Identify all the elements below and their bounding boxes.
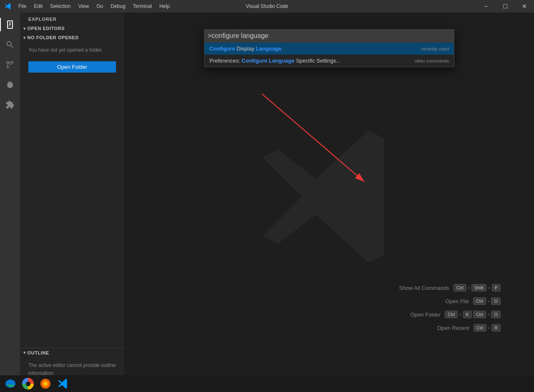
vscode-watermark [250, 117, 408, 277]
svg-point-4 [11, 61, 13, 63]
key-o-2: O [491, 311, 501, 318]
command-palette-input[interactable] [208, 32, 451, 40]
close-button[interactable]: ✕ [515, 0, 534, 13]
taskbar [0, 375, 534, 392]
no-folder-chevron-icon: ▾ [23, 35, 26, 40]
shortcut-open-file: Open File Ctrl + O [446, 297, 501, 305]
menu-help[interactable]: Help [156, 2, 173, 11]
taskbar-vscode-icon[interactable] [55, 376, 71, 391]
shortcuts-area: Show All Commands Ctrl + Shift + P Open … [399, 284, 501, 332]
configure-highlight-2: Configure [242, 58, 267, 64]
activity-search[interactable] [0, 35, 20, 55]
key-r: R [491, 324, 501, 332]
menu-terminal[interactable]: Terminal [130, 2, 155, 11]
shortcut-show-commands: Show All Commands Ctrl + Shift + P [399, 284, 501, 291]
key-ctrl-2: Ctrl [473, 297, 486, 305]
outline-header[interactable]: ▾ OUTLINE [20, 348, 124, 357]
titlebar: File Edit Selection View Go Debug Termin… [0, 0, 534, 13]
language-highlight-1: Language [256, 45, 281, 52]
no-folder-header[interactable]: ▾ NO FOLDER OPENED [20, 33, 124, 42]
display-text: Display [237, 45, 256, 52]
vscode-taskbar-logo-icon [57, 378, 69, 389]
svg-rect-1 [9, 24, 11, 25]
key-ctrl-5: Ctrl [474, 324, 486, 332]
shortcut-open-recent-keys: Ctrl + R [474, 324, 501, 332]
menu-view[interactable]: View [75, 2, 92, 11]
minimize-button[interactable]: − [476, 0, 496, 13]
activity-source-control[interactable] [0, 55, 20, 75]
command-result-2-text: Preferences: Configure Language Specific… [209, 58, 340, 64]
no-folder-label: NO FOLDER OPENED [28, 35, 79, 40]
taskbar-chrome-icon[interactable] [20, 376, 36, 391]
vscode-logo-icon [4, 3, 12, 10]
svg-rect-2 [9, 25, 10, 26]
menu-file[interactable]: File [15, 2, 30, 11]
command-palette-input-wrap [204, 30, 454, 42]
open-editors-header[interactable]: ▾ OPEN EDITORS [20, 24, 124, 33]
activity-debug[interactable] [0, 75, 20, 95]
edge-icon [5, 378, 16, 389]
key-shift: Shift [471, 284, 486, 291]
sidebar: EXPLORER ▾ OPEN EDITORS ▾ NO FOLDER OPEN… [20, 13, 124, 382]
menu-selection[interactable]: Selection [47, 2, 74, 11]
shortcut-open-file-keys: Ctrl + O [473, 297, 501, 305]
command-result-1-text: Configure Display Language [209, 45, 282, 52]
open-editors-section: ▾ OPEN EDITORS [20, 24, 124, 33]
menu-edit[interactable]: Edit [30, 2, 46, 11]
outline-label: OUTLINE [28, 350, 49, 355]
svg-point-5 [7, 66, 9, 68]
shortcut-open-folder: Open Folder Ctrl + K Ctrl + O [411, 311, 501, 318]
key-ctrl-3: Ctrl [445, 311, 458, 318]
chrome-ball-icon [22, 378, 34, 389]
no-folder-section: ▾ NO FOLDER OPENED You have not yet open… [20, 33, 124, 76]
open-editors-chevron-icon: ▾ [23, 26, 26, 31]
sidebar-header: EXPLORER [20, 13, 124, 24]
key-ctrl: Ctrl [453, 284, 466, 291]
key-o: O [491, 297, 501, 305]
menu-bar: File Edit Selection View Go Debug Termin… [15, 2, 173, 11]
command-result-1[interactable]: Configure Display Language recently used [204, 43, 454, 55]
command-result-2-badge: other commands [415, 58, 449, 63]
key-k: K [463, 311, 472, 318]
maximize-button[interactable]: ☐ [496, 0, 515, 13]
shortcut-show-commands-label: Show All Commands [399, 285, 449, 291]
command-palette[interactable]: Configure Display Language recently used… [204, 29, 454, 67]
titlebar-title: Visual Studio Code [246, 3, 288, 9]
key-p: P [492, 284, 501, 291]
language-highlight-2: Language [269, 58, 294, 64]
titlebar-controls: − ☐ ✕ [476, 0, 534, 13]
key-ctrl-4: Ctrl [473, 311, 486, 318]
outline-chevron-icon: ▾ [23, 350, 26, 355]
command-result-1-badge: recently used [422, 46, 449, 51]
shortcut-open-recent-label: Open Recent [437, 325, 469, 331]
shortcut-open-recent: Open Recent Ctrl + R [437, 324, 501, 332]
shortcut-open-folder-keys: Ctrl + K Ctrl + O [445, 311, 501, 318]
command-palette-results: Configure Display Language recently used… [204, 42, 454, 67]
activity-bar [0, 13, 20, 382]
shortcut-show-commands-keys: Ctrl + Shift + P [453, 284, 501, 291]
taskbar-browser-icon[interactable] [2, 376, 19, 391]
titlebar-left: File Edit Selection View Go Debug Termin… [4, 2, 173, 11]
open-folder-button[interactable]: Open Folder [28, 61, 116, 73]
activity-extensions[interactable] [0, 95, 20, 115]
command-result-2[interactable]: Preferences: Configure Language Specific… [204, 55, 454, 67]
preferences-text: Preferences: [209, 58, 242, 64]
svg-rect-0 [9, 23, 11, 23]
app-body: EXPLORER ▾ OPEN EDITORS ▾ NO FOLDER OPEN… [0, 13, 534, 382]
svg-point-11 [44, 382, 47, 385]
specific-text: Specific Settings... [296, 58, 340, 64]
activity-explorer[interactable] [0, 15, 20, 35]
configure-highlight-1: Configure [209, 45, 235, 52]
menu-go[interactable]: Go [93, 2, 106, 11]
no-folder-message: You have not yet opened a folder. [20, 42, 124, 58]
open-editors-label: OPEN EDITORS [28, 26, 65, 31]
shortcut-open-file-label: Open File [446, 298, 469, 304]
shortcut-open-folder-label: Open Folder [411, 312, 441, 318]
menu-debug[interactable]: Debug [107, 2, 128, 11]
editor-area: Show All Commands Ctrl + Shift + P Open … [124, 13, 534, 382]
firefox-icon [40, 378, 51, 389]
taskbar-firefox-icon[interactable] [37, 376, 54, 391]
